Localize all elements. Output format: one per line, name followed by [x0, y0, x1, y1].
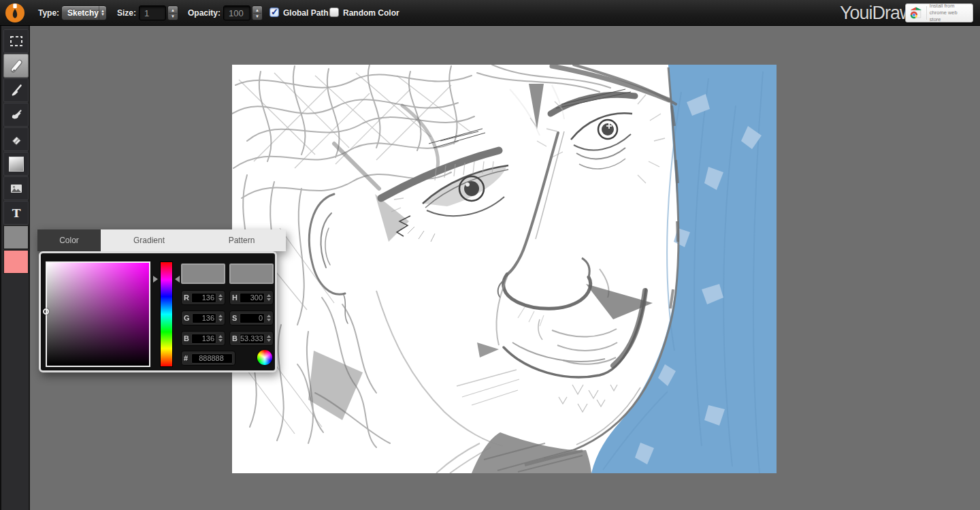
- chrome-web-store-icon: [909, 5, 924, 20]
- hue-stepper[interactable]: [267, 294, 271, 301]
- green-stepper[interactable]: [218, 315, 223, 321]
- svg-text:T: T: [12, 206, 20, 220]
- tool-hand-paint[interactable]: [3, 103, 29, 127]
- hex-field: #: [181, 351, 235, 366]
- opacity-stepper[interactable]: ▲▼: [252, 5, 263, 20]
- marquee-icon: [9, 35, 24, 48]
- hue-marker-left-icon: [153, 276, 158, 283]
- text-icon: T: [9, 206, 24, 221]
- brush-icon: [9, 83, 24, 98]
- size-input[interactable]: [139, 5, 166, 20]
- youidraw-pen-logo-icon[interactable]: [5, 3, 25, 23]
- hue-input[interactable]: [240, 293, 265, 303]
- stepper-down-icon: ▼: [171, 14, 175, 18]
- red-input[interactable]: [191, 293, 216, 303]
- red-label: R: [184, 293, 189, 302]
- hue-slider[interactable]: [160, 261, 173, 367]
- color-picker-panel: Color Gradient Pattern R: [37, 229, 286, 372]
- color-wheel-icon[interactable]: [257, 350, 272, 365]
- green-label: G: [184, 314, 190, 322]
- red-field: R: [181, 290, 225, 305]
- button-divider: [926, 6, 927, 20]
- brightness-input[interactable]: [240, 334, 265, 344]
- tool-text[interactable]: T: [3, 201, 29, 225]
- tool-sketchy-pencil[interactable]: [3, 54, 29, 78]
- pencil-icon: [9, 59, 24, 74]
- brightness-label: B: [232, 334, 238, 342]
- workspace: Color Gradient Pattern R: [33, 26, 980, 510]
- tool-brush[interactable]: [3, 78, 29, 102]
- color-panel-tabs: Color Gradient Pattern: [37, 229, 286, 251]
- stepper-down-icon: ▼: [255, 14, 259, 18]
- hex-input[interactable]: [191, 353, 233, 364]
- saturation-input[interactable]: [240, 313, 265, 323]
- red-stepper[interactable]: [218, 294, 223, 301]
- drawing-canvas[interactable]: [232, 65, 777, 473]
- green-field: G: [181, 310, 225, 325]
- sketch-portrait-drawing: [232, 65, 777, 473]
- random-color-checkbox[interactable]: [329, 7, 339, 17]
- size-stepper[interactable]: ▲▼: [167, 5, 178, 20]
- blue-field: B: [181, 331, 225, 346]
- type-dropdown-value: Sketchy: [62, 8, 99, 18]
- gradient-square-icon: [9, 157, 24, 172]
- stepper-up-icon: ▲: [171, 8, 175, 12]
- tool-eraser[interactable]: [3, 127, 29, 151]
- dropdown-arrows-icon: ▲▼: [99, 6, 106, 20]
- eraser-icon: [9, 132, 24, 147]
- tool-gradient-swatch[interactable]: [3, 152, 29, 176]
- tool-select[interactable]: [3, 29, 29, 53]
- saturation-brightness-square[interactable]: [46, 261, 150, 367]
- install-text-line1: Install from: [930, 3, 970, 10]
- random-color-label: Random Color: [343, 8, 399, 18]
- hand-pen-icon: [9, 108, 24, 123]
- brightness-field: B: [229, 331, 274, 346]
- green-input[interactable]: [192, 313, 216, 323]
- saturation-label: S: [232, 314, 238, 322]
- type-label: Type:: [38, 8, 59, 18]
- color-panel-body: R H G S: [39, 251, 277, 372]
- image-icon: [9, 181, 24, 196]
- opacity-input[interactable]: [223, 5, 250, 20]
- stepper-up-icon: ▲: [255, 8, 259, 12]
- install-text-line2: chrome web store: [930, 10, 970, 23]
- hex-label: #: [184, 354, 189, 362]
- current-color-swatch: [181, 264, 225, 284]
- blue-label: B: [184, 334, 189, 342]
- install-chrome-store-button[interactable]: Install from chrome web store: [905, 3, 973, 22]
- hue-field: H: [229, 290, 274, 305]
- tool-sidebar: T: [0, 26, 30, 510]
- hue-marker-right-icon: [175, 276, 180, 283]
- tool-image[interactable]: [3, 176, 29, 200]
- top-toolbar: Type: Sketchy ▲▼ Size: ▲▼ Opacity: ▲▼ Gl…: [0, 0, 980, 26]
- tab-color[interactable]: Color: [37, 229, 101, 251]
- sidebar-gray-swatch[interactable]: [3, 225, 29, 249]
- type-dropdown[interactable]: Sketchy ▲▼: [61, 5, 107, 20]
- brightness-stepper[interactable]: [267, 335, 271, 342]
- blue-input[interactable]: [191, 334, 216, 344]
- tab-gradient[interactable]: Gradient: [101, 229, 197, 251]
- saturation-marker[interactable]: [43, 308, 49, 315]
- saturation-stepper[interactable]: [267, 315, 271, 321]
- previous-color-swatch: [229, 264, 274, 284]
- opacity-label: Opacity:: [188, 8, 220, 18]
- tab-pattern[interactable]: Pattern: [197, 229, 286, 251]
- youidraw-wordmark: YouiDraw: [840, 3, 913, 24]
- hue-label: H: [232, 293, 238, 302]
- blue-stepper[interactable]: [218, 335, 223, 342]
- global-path-label: Global Path: [283, 8, 329, 18]
- size-label: Size:: [117, 8, 136, 18]
- app-root: Type: Sketchy ▲▼ Size: ▲▼ Opacity: ▲▼ Gl…: [0, 0, 980, 510]
- saturation-field: S: [229, 310, 274, 325]
- global-path-checkbox[interactable]: [270, 7, 279, 17]
- sidebar-pink-swatch[interactable]: [3, 250, 29, 274]
